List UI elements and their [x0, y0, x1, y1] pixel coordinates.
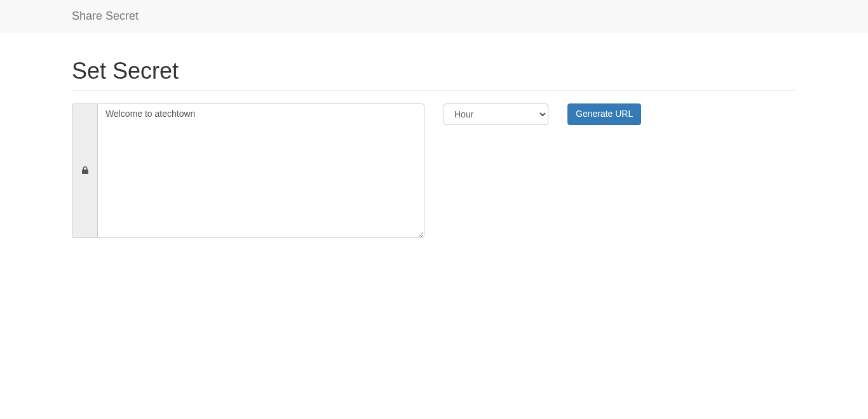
page-header: Set Secret [72, 58, 796, 91]
secret-addon [72, 103, 97, 238]
navbar: Share Secret [0, 0, 868, 32]
secret-input-group [72, 103, 424, 238]
form-row: Hour Generate URL [62, 103, 806, 238]
navbar-brand[interactable]: Share Secret [72, 0, 139, 32]
generate-url-button[interactable]: Generate URL [567, 103, 641, 125]
controls-column: Hour Generate URL [434, 103, 651, 238]
secret-column [62, 103, 434, 238]
lock-icon [81, 166, 89, 176]
main-container: Set Secret Hour Generate URL [62, 58, 806, 238]
page-title: Set Secret [72, 58, 796, 84]
ttl-select[interactable]: Hour [444, 103, 548, 125]
secret-textarea[interactable] [97, 103, 424, 238]
